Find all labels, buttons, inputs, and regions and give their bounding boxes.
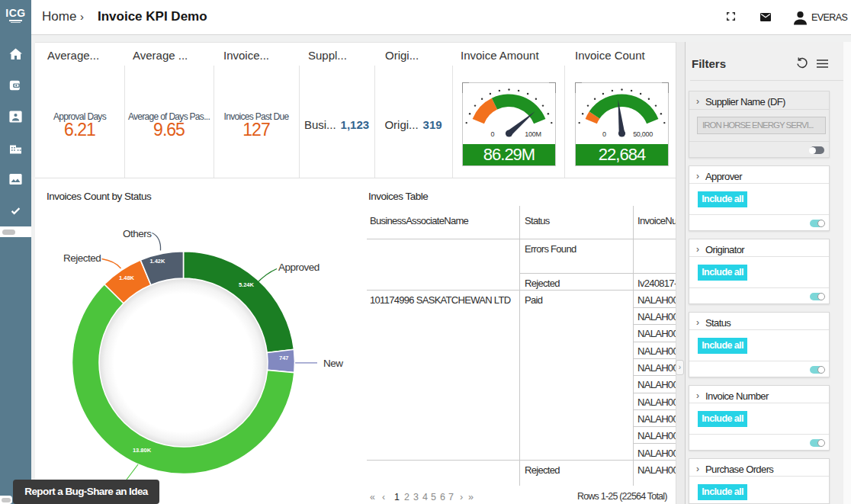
svg-text:Rejected: Rejected — [63, 252, 101, 264]
svg-text:Others: Others — [123, 228, 152, 239]
svg-text:0: 0 — [602, 130, 606, 138]
svg-text:1.48K: 1.48K — [119, 274, 135, 281]
svg-text:50,000: 50,000 — [633, 130, 653, 138]
svg-text:747: 747 — [279, 355, 289, 361]
svg-text:100M: 100M — [525, 130, 541, 138]
svg-text:New: New — [323, 358, 343, 369]
svg-text:0: 0 — [490, 130, 494, 138]
svg-text:13.80K: 13.80K — [133, 447, 152, 454]
svg-text:5.24K: 5.24K — [239, 281, 255, 288]
svg-text:1.42K: 1.42K — [149, 258, 165, 265]
svg-text:Approved: Approved — [278, 262, 320, 273]
